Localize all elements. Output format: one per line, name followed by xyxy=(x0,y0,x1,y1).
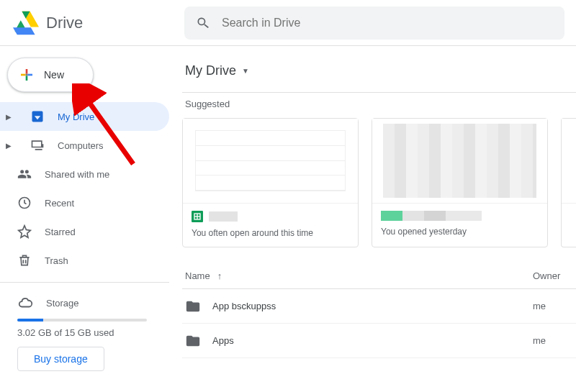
sidebar-item-label: Computers xyxy=(58,140,104,151)
sidebar-item-label: Trash xyxy=(45,255,68,266)
search-icon xyxy=(196,16,210,30)
divider xyxy=(0,282,169,283)
svg-rect-0 xyxy=(26,69,28,74)
people-icon xyxy=(17,167,32,181)
card-thumbnail xyxy=(372,119,547,204)
caret-right-icon: ▶ xyxy=(0,113,17,121)
caret-right-icon: ▶ xyxy=(0,142,17,150)
card-thumbnail xyxy=(562,119,576,204)
my-drive-icon xyxy=(30,109,45,124)
clock-icon xyxy=(17,196,32,210)
svg-rect-1 xyxy=(26,76,28,81)
sidebar-item-recent[interactable]: Recent xyxy=(0,188,169,217)
sidebar-item-shared[interactable]: Shared with me xyxy=(0,160,169,188)
suggested-card[interactable]: You often open around this time xyxy=(182,118,359,247)
folder-icon xyxy=(185,333,201,349)
page-title-dropdown[interactable]: My Drive ▼ xyxy=(182,58,576,83)
plus-icon xyxy=(18,66,35,83)
divider xyxy=(182,92,576,93)
file-owner: me xyxy=(533,335,576,346)
file-row[interactable]: App bsckuppss me xyxy=(182,289,576,324)
sidebar-item-label: Shared with me xyxy=(45,169,109,180)
buy-storage-button[interactable]: Buy storage xyxy=(17,347,104,371)
page-title: My Drive xyxy=(185,63,236,78)
file-table-header: Name ↑ Owner xyxy=(182,263,576,289)
folder-icon xyxy=(185,298,201,314)
app-name: Drive xyxy=(46,14,83,32)
new-button[interactable]: New xyxy=(7,58,94,92)
sidebar-item-label: Recent xyxy=(45,198,74,209)
svg-rect-4 xyxy=(26,74,28,76)
trash-icon xyxy=(17,253,32,268)
storage-usage-text: 3.02 GB of 15 GB used xyxy=(17,327,169,338)
sort-ascending-icon: ↑ xyxy=(217,270,222,281)
sidebar-tree-my-drive[interactable]: ▶ My Drive xyxy=(0,102,169,131)
caret-down-icon: ▼ xyxy=(242,67,249,75)
file-name: App bsckuppss xyxy=(212,301,276,311)
column-header-owner[interactable]: Owner xyxy=(533,270,576,281)
sidebar-item-label: Starred xyxy=(45,227,76,237)
svg-rect-2 xyxy=(21,74,26,76)
sidebar-item-starred[interactable]: Starred xyxy=(0,217,169,246)
card-caption: You often open around this time xyxy=(192,228,349,238)
card-title-redacted xyxy=(209,211,238,222)
sidebar-item-trash[interactable]: Trash xyxy=(0,246,169,275)
search-bar[interactable] xyxy=(184,6,564,40)
storage-progress xyxy=(17,319,147,322)
sidebar-tree-computers[interactable]: ▶ Computers xyxy=(0,131,169,160)
card-caption: You opened yesterday xyxy=(381,227,539,237)
new-button-label: New xyxy=(44,69,64,81)
card-title-redacted xyxy=(381,211,482,221)
card-thumbnail xyxy=(183,119,358,204)
suggested-heading: Suggested xyxy=(185,99,576,109)
star-icon xyxy=(17,224,32,239)
suggested-card[interactable]: You opened yesterday xyxy=(372,118,548,247)
file-name: Apps xyxy=(212,335,234,346)
storage-progress-fill xyxy=(17,319,43,322)
file-owner: me xyxy=(533,301,576,311)
suggested-card[interactable] xyxy=(561,118,576,247)
column-header-name[interactable]: Name ↑ xyxy=(185,270,533,281)
sheets-icon xyxy=(192,211,203,222)
cloud-icon xyxy=(17,295,33,311)
computers-icon xyxy=(30,138,45,152)
svg-rect-3 xyxy=(27,74,32,76)
sidebar-item-label: My Drive xyxy=(58,111,94,122)
drive-logo-icon xyxy=(12,9,40,37)
storage-label: Storage xyxy=(46,298,79,309)
app-logo[interactable]: Drive xyxy=(12,9,184,37)
file-row[interactable]: Apps me xyxy=(182,324,576,358)
search-input[interactable] xyxy=(222,17,553,29)
sidebar-item-storage[interactable]: Storage xyxy=(17,290,169,316)
